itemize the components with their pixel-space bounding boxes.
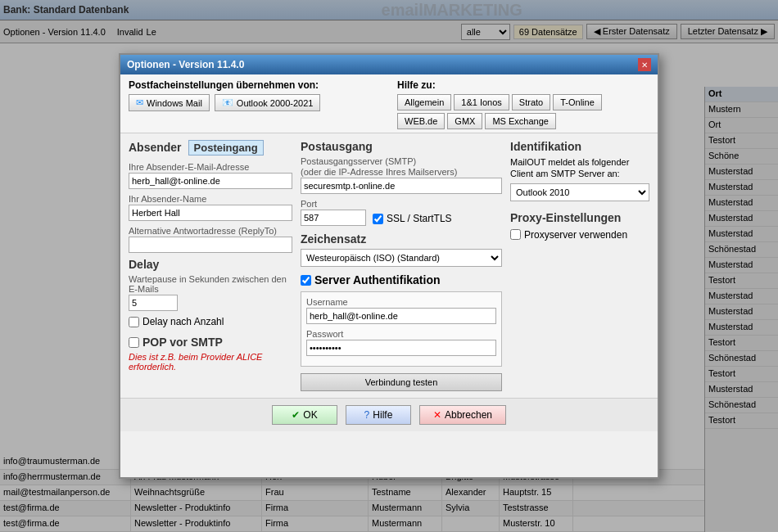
windows-mail-icon: ✉	[136, 97, 143, 108]
port-label: Port	[301, 199, 502, 209]
ok-icon: ✔	[292, 409, 300, 421]
name-group: Ihr Absender-Name	[129, 194, 292, 221]
delay-anzahl-label: Delay nach Anzahl	[142, 316, 224, 327]
absender-header: Absender	[129, 141, 182, 154]
postfach-section: Postfacheinstellungen übernehmen von: ✉ …	[129, 79, 381, 129]
proxy-row: Proxyserver verwenden	[510, 229, 649, 241]
replyto-label: Alternative Antwortadresse (ReplyTo)	[129, 226, 292, 236]
abbrechen-icon: ✕	[433, 409, 441, 421]
ssl-label: SSL / StartTLS	[387, 213, 452, 224]
smtp-group: Postausgangsserver (SMTP) (oder die IP-A…	[301, 156, 502, 194]
delay-anzahl-checkbox[interactable]	[129, 317, 139, 327]
dialog-top-row: Postfacheinstellungen übernehmen von: ✉ …	[120, 74, 658, 133]
mail-client-row: ✉ Windows Mail 📧 Outlook 2000-2021	[129, 94, 381, 111]
hilfe-tonline-btn[interactable]: T-Online	[553, 94, 602, 110]
hilfe-zu-section: Hilfe zu: Allgemein 1&1 Ionos Strato T-O…	[381, 79, 649, 129]
postfach-label: Postfacheinstellungen übernehmen von:	[129, 79, 381, 91]
smtp-input[interactable]	[301, 178, 502, 194]
dialog-title: Optionen - Version 11.4.0	[127, 59, 244, 70]
server-auth-box: Username Passwort	[301, 291, 502, 367]
server-auth-section: Server Authentifikation Username Passwor…	[301, 273, 502, 367]
email-group: Ihre Absender-E-Mail-Adresse	[129, 162, 292, 189]
port-group: Port SSL / StartTLS	[301, 199, 502, 226]
dialog-titlebar: Optionen - Version 11.4.0 ✕	[120, 55, 658, 74]
col-center: Postausgang Postausgangsserver (SMTP) (o…	[301, 140, 502, 391]
dialog-actions: ✔ OK ? Hilfe ✕ Abbrechen	[120, 398, 658, 431]
outlook-icon: 📧	[222, 97, 233, 108]
zeichensatz-header: Zeichensatz	[301, 232, 502, 246]
delay-input[interactable]	[129, 295, 178, 311]
hilfe-ionos-btn[interactable]: 1&1 Ionos	[454, 94, 509, 110]
zeichensatz-select[interactable]: Westeuropäisch (ISO) (Standard)	[301, 249, 502, 267]
username-label: Username	[306, 297, 496, 307]
ident-section: MailOUT meldet als folgender Client am S…	[510, 156, 649, 201]
smtp-sub-label: (oder die IP-Adresse Ihres Mailservers)	[301, 167, 502, 177]
posteingang-header: Posteingang	[188, 140, 264, 156]
ident-select[interactable]: Outlook 2010 Outlook 2016 Windows Mail T…	[510, 183, 649, 201]
proxy-checkbox[interactable]	[510, 229, 521, 240]
name-input[interactable]	[129, 205, 292, 221]
hilfe-buttons-row: Allgemein 1&1 Ionos Strato T-Online WEB.…	[397, 94, 649, 129]
smtp-label: Postausgangsserver (SMTP)	[301, 156, 502, 166]
delay-group: Wartepause in Sekunden zwischen den E-Ma…	[129, 274, 292, 311]
hilfe-gmx-btn[interactable]: GMX	[447, 113, 482, 129]
delay-header: Delay	[129, 258, 292, 271]
hilfe-action-btn[interactable]: ? Hilfe	[346, 405, 411, 425]
pop-smtp-note: Dies ist z.B. beim Provider ALICE erford…	[129, 352, 292, 372]
replyto-group: Alternative Antwortadresse (ReplyTo)	[129, 226, 292, 253]
proxy-header: Proxy-Einstellungen	[510, 211, 649, 224]
email-input[interactable]	[129, 173, 292, 189]
pop-smtp-row: POP vor SMTP	[129, 336, 292, 349]
pop-smtp-checkbox[interactable]	[129, 337, 139, 348]
hilfe-icon: ?	[364, 409, 370, 421]
modal-overlay: Optionen - Version 11.4.0 ✕ Postfacheins…	[0, 0, 778, 532]
hilfe-allgemein-btn[interactable]: Allgemein	[397, 94, 451, 110]
dialog-main: Absender Posteingang Ihre Absender-E-Mai…	[120, 133, 658, 398]
proxy-section: Proxy-Einstellungen Proxyserver verwende…	[510, 211, 649, 241]
email-label: Ihre Absender-E-Mail-Adresse	[129, 162, 292, 172]
server-auth-checkbox[interactable]	[301, 275, 311, 286]
delay-label: Wartepause in Sekunden zwischen den E-Ma…	[129, 274, 292, 294]
delay-anzahl-row: Delay nach Anzahl	[129, 316, 292, 327]
outlook-btn[interactable]: 📧 Outlook 2000-2021	[215, 94, 321, 111]
abbrechen-btn[interactable]: ✕ Abbrechen	[419, 405, 506, 425]
ssl-checkbox[interactable]	[373, 214, 383, 224]
identifikation-header: Identifikation	[510, 140, 649, 153]
server-auth-header-row: Server Authentifikation	[301, 273, 502, 286]
hilfe-webde-btn[interactable]: WEB.de	[397, 113, 445, 129]
col-left: Absender Posteingang Ihre Absender-E-Mai…	[129, 140, 292, 391]
hilfe-strato-btn[interactable]: Strato	[512, 94, 550, 110]
col-right: Identifikation MailOUT meldet als folgen…	[510, 140, 649, 391]
windows-mail-btn[interactable]: ✉ Windows Mail	[129, 94, 210, 111]
name-label: Ihr Absender-Name	[129, 194, 292, 204]
proxy-label: Proxyserver verwenden	[524, 229, 627, 241]
server-auth-header: Server Authentifikation	[314, 273, 441, 286]
hilfe-msexchange-btn[interactable]: MS Exchange	[485, 113, 555, 129]
ok-btn[interactable]: ✔ OK	[272, 405, 337, 425]
pop-smtp-header: POP vor SMTP	[142, 336, 223, 349]
password-group: Passwort	[306, 329, 496, 356]
username-input[interactable]	[306, 308, 496, 324]
ssl-row: SSL / StartTLS	[373, 213, 452, 224]
verbindung-testen-btn[interactable]: Verbindung testen	[301, 373, 502, 391]
username-group: Username	[306, 297, 496, 324]
password-input[interactable]	[306, 340, 496, 356]
password-label: Passwort	[306, 329, 496, 339]
replyto-input[interactable]	[129, 237, 292, 253]
hilfe-zu-label: Hilfe zu:	[397, 79, 649, 91]
ident-desc: MailOUT meldet als folgender Client am S…	[510, 156, 649, 180]
port-input[interactable]	[301, 210, 366, 226]
dialog-close-btn[interactable]: ✕	[638, 58, 651, 71]
zeichensatz-group: Westeuropäisch (ISO) (Standard)	[301, 249, 502, 267]
options-dialog: Optionen - Version 11.4.0 ✕ Postfacheins…	[119, 53, 659, 479]
postausgang-header: Postausgang	[301, 140, 502, 153]
